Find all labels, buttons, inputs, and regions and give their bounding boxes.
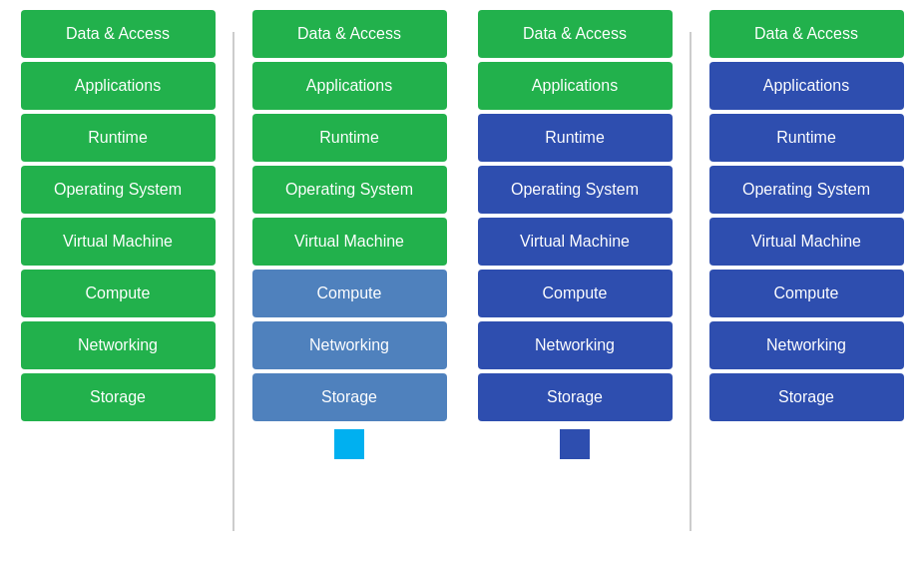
layer-virtual-machine-col3: Virtual Machine <box>478 218 673 266</box>
layer-networking-col4: Networking <box>709 321 904 369</box>
column-wrapper-3: Data & AccessApplicationsRuntimeOperatin… <box>462 10 688 459</box>
layer-data-&-access-col3: Data & Access <box>478 10 673 58</box>
divider-1 <box>232 32 234 531</box>
layer-networking-col3: Networking <box>478 321 673 369</box>
indicator-blue-col3 <box>560 429 590 459</box>
column-3: Data & AccessApplicationsRuntimeOperatin… <box>478 10 673 421</box>
layer-data-&-access-col1: Data & Access <box>21 10 216 58</box>
layer-applications-col3: Applications <box>478 62 673 110</box>
column-4: Data & AccessApplicationsRuntimeOperatin… <box>709 10 904 421</box>
layer-storage-col3: Storage <box>478 373 673 421</box>
column-2: Data & AccessApplicationsRuntimeOperatin… <box>252 10 447 421</box>
column-wrapper-2: Data & AccessApplicationsRuntimeOperatin… <box>236 10 462 459</box>
layer-virtual-machine-col2: Virtual Machine <box>252 218 447 266</box>
column-1: Data & AccessApplicationsRuntimeOperatin… <box>21 10 216 421</box>
column-wrapper-4: Data & AccessApplicationsRuntimeOperatin… <box>693 10 919 421</box>
main-container: Data & AccessApplicationsRuntimeOperatin… <box>0 0 924 563</box>
layer-runtime-col2: Runtime <box>252 114 447 162</box>
divider-3 <box>690 32 692 531</box>
column-wrapper-1: Data & AccessApplicationsRuntimeOperatin… <box>5 10 231 421</box>
layer-networking-col2: Networking <box>252 321 447 369</box>
layer-applications-col2: Applications <box>252 62 447 110</box>
layer-runtime-col3: Runtime <box>478 114 673 162</box>
layer-compute-col2: Compute <box>252 270 447 317</box>
layer-networking-col1: Networking <box>21 321 216 369</box>
layer-applications-col1: Applications <box>21 62 216 110</box>
layer-data-&-access-col4: Data & Access <box>709 10 904 58</box>
indicator-cyan-col2 <box>334 429 364 459</box>
layer-runtime-col4: Runtime <box>709 114 904 162</box>
layer-operating-system-col1: Operating System <box>21 166 216 214</box>
layer-storage-col2: Storage <box>252 373 447 421</box>
layer-storage-col4: Storage <box>709 373 904 421</box>
layer-virtual-machine-col1: Virtual Machine <box>21 218 216 266</box>
layer-storage-col1: Storage <box>21 373 216 421</box>
layer-virtual-machine-col4: Virtual Machine <box>709 218 904 266</box>
layer-applications-col4: Applications <box>709 62 904 110</box>
layer-data-&-access-col2: Data & Access <box>252 10 447 58</box>
layer-operating-system-col4: Operating System <box>709 166 904 214</box>
layer-compute-col1: Compute <box>21 270 216 317</box>
layer-compute-col3: Compute <box>478 270 673 317</box>
layer-runtime-col1: Runtime <box>21 114 216 162</box>
layer-operating-system-col2: Operating System <box>252 166 447 214</box>
layer-operating-system-col3: Operating System <box>478 166 673 214</box>
layer-compute-col4: Compute <box>709 270 904 317</box>
